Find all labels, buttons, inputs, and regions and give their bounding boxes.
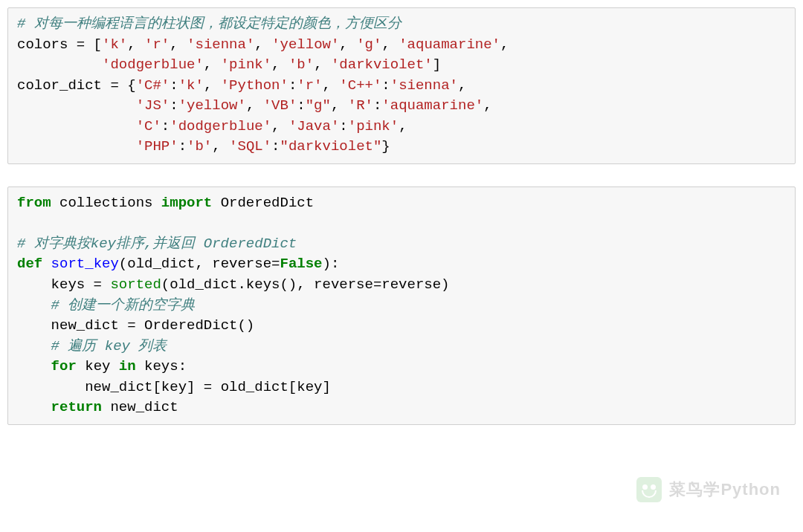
string-literal: 'r': [144, 36, 170, 53]
comment-line: # 遍历 key 列表: [17, 338, 167, 354]
code-text: keys:: [136, 358, 187, 374]
code-block-2: from collections import OrderedDict # 对字…: [7, 186, 796, 425]
code-text: new_dict = OrderedDict(): [17, 317, 254, 334]
dict-key: 'C#': [136, 77, 170, 94]
code-text: keys =: [17, 276, 110, 293]
dict-key: 'C++': [339, 77, 381, 94]
dict-val: "g": [306, 97, 331, 114]
dict-key: 'VB': [263, 97, 297, 114]
dict-val: 'r': [297, 77, 322, 94]
comment-line: # 对字典按key排序,并返回 OrderedDict: [17, 236, 297, 252]
keyword-return: return: [51, 399, 102, 415]
keyword-def: def: [17, 256, 42, 272]
code-text: key: [77, 358, 119, 374]
string-literal: 'dodgerblue': [102, 56, 204, 73]
dict-key: 'Java': [288, 118, 339, 134]
signature: (old_dict, reverse=: [119, 256, 280, 272]
string-literal: 'pink': [221, 56, 271, 73]
dict-key: 'PHP': [136, 138, 178, 155]
string-literal: 'yellow': [271, 36, 339, 53]
string-literal: 'b': [288, 56, 314, 73]
keyword-for: for: [51, 358, 77, 374]
module-name: collections: [51, 195, 161, 211]
dict-key: 'Python': [221, 77, 288, 94]
code-text: new_dict[key] = old_dict[key]: [17, 379, 331, 395]
dict-val: 'sienna': [390, 77, 458, 94]
code-text: (old_dict.keys(), reverse=reverse): [161, 276, 450, 293]
code-text: new_dict: [102, 399, 178, 415]
dict-key: 'R': [348, 97, 373, 114]
string-literal: 'k': [102, 36, 127, 53]
dict-val: 'dodgerblue': [170, 118, 271, 134]
comment-line: # 创建一个新的空字典: [17, 297, 195, 314]
dict-val: 'k': [178, 77, 204, 94]
keyword-from: from: [17, 195, 51, 211]
signature-end: ):: [323, 256, 340, 272]
code-text: colors = [: [17, 36, 102, 53]
builtin-sorted: sorted: [110, 276, 161, 293]
dict-val: "darkviolet": [280, 138, 382, 155]
dict-val: 'yellow': [178, 97, 246, 114]
function-name: sort_key: [42, 256, 119, 272]
string-literal: 'aquamarine': [399, 36, 500, 53]
keyword-in: in: [119, 358, 136, 374]
class-name: OrderedDict: [212, 195, 314, 211]
false-literal: False: [280, 256, 322, 272]
code-block-1: # 对每一种编程语言的柱状图，都设定特定的颜色，方便区分 colors = ['…: [7, 7, 796, 164]
dict-val: 'aquamarine': [381, 97, 483, 114]
keyword-import: import: [161, 195, 212, 211]
dict-key: 'SQL': [229, 138, 271, 155]
string-literal: 'darkviolet': [331, 56, 433, 73]
dict-key: 'JS': [136, 97, 170, 114]
dict-val: 'b': [187, 138, 212, 155]
string-literal: 'g': [356, 36, 381, 53]
dict-val: 'pink': [348, 118, 399, 134]
dict-key: 'C': [136, 118, 161, 134]
comment-line: # 对每一种编程语言的柱状图，都设定特定的颜色，方便区分: [17, 16, 402, 32]
code-text: color_dict = {: [17, 77, 136, 94]
string-literal: 'sienna': [187, 36, 254, 53]
